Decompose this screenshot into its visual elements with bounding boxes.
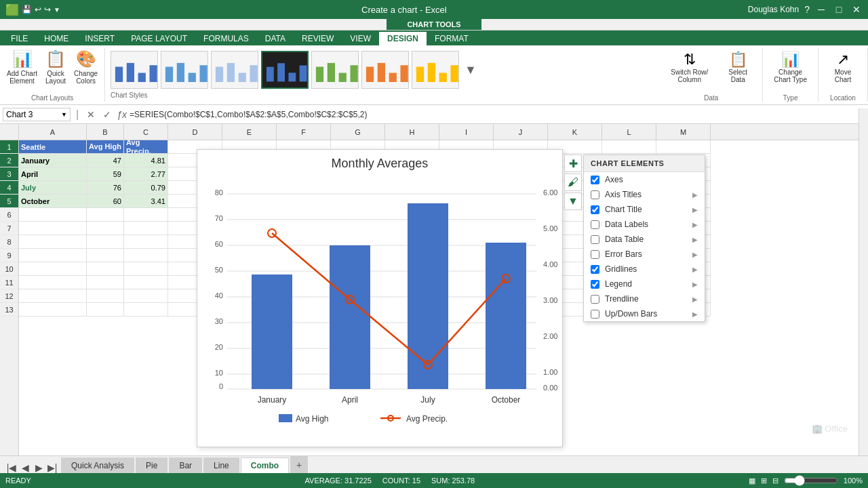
cell-c8[interactable] <box>124 235 168 249</box>
col-header-g[interactable]: G <box>331 124 385 140</box>
row-num-13[interactable]: 13 <box>0 303 18 317</box>
cell-a6[interactable] <box>19 208 87 222</box>
cell-c7[interactable] <box>124 222 168 235</box>
col-header-h[interactable]: H <box>385 124 439 140</box>
vertical-scrollbar[interactable] <box>859 108 868 455</box>
chart-filters-btn[interactable]: ▼ <box>564 192 582 210</box>
sheet-tab-line[interactable]: Line <box>203 458 239 473</box>
cell-a9[interactable] <box>19 249 87 262</box>
select-data-button[interactable]: 📋 Select Data <box>717 48 758 86</box>
close-btn[interactable]: ✕ <box>850 3 863 16</box>
sheet-nav-prev[interactable]: ◀ <box>19 462 31 473</box>
checkbox-axes[interactable] <box>591 176 599 184</box>
name-box-dropdown[interactable]: ▼ <box>61 111 67 118</box>
sheet-nav-next[interactable]: ▶ <box>33 462 45 473</box>
help-icon[interactable]: ? <box>804 4 810 15</box>
formula-cancel-btn[interactable]: ✕ <box>84 109 98 120</box>
change-chart-type-button[interactable]: 📊 Change Chart Type <box>767 48 814 86</box>
cell-b13[interactable] <box>87 303 124 317</box>
col-header-c[interactable]: C <box>124 124 168 140</box>
cell-c9[interactable] <box>124 249 168 262</box>
col-header-f[interactable]: F <box>277 124 331 140</box>
chart-style-2[interactable] <box>161 51 208 89</box>
tab-insert[interactable]: INSERT <box>77 32 123 45</box>
cell-c1[interactable]: Avg Precip. <box>124 140 168 154</box>
checkbox-data-table[interactable] <box>591 235 599 244</box>
cell-b10[interactable] <box>87 262 124 276</box>
checkbox-axis-titles[interactable] <box>591 190 599 199</box>
maximize-btn[interactable]: □ <box>833 3 845 16</box>
cell-c12[interactable] <box>124 289 168 303</box>
row-num-10[interactable]: 10 <box>0 262 18 276</box>
row-num-6[interactable]: 6 <box>0 208 18 222</box>
cell-a3[interactable]: April <box>19 167 87 181</box>
cell-c3[interactable]: 2.77 <box>124 167 168 181</box>
cell-c6[interactable] <box>124 208 168 222</box>
panel-item-axis-titles[interactable]: Axis Titles ▶ <box>584 187 705 202</box>
sheet-tab-bar[interactable]: Bar <box>169 458 202 473</box>
tab-review[interactable]: REVIEW <box>294 32 342 45</box>
col-header-a[interactable]: A <box>19 124 87 140</box>
cell-c2[interactable]: 4.81 <box>124 154 168 167</box>
col-header-e[interactable]: E <box>222 124 277 140</box>
row-num-8[interactable]: 8 <box>0 235 18 249</box>
change-colors-button[interactable]: 🎨 Change Colors <box>71 48 100 86</box>
page-break-icon[interactable]: ⊟ <box>772 476 778 485</box>
cell-c13[interactable] <box>124 303 168 317</box>
cell-a4[interactable]: July <box>19 181 87 195</box>
col-header-j[interactable]: J <box>494 124 548 140</box>
panel-item-gridlines[interactable]: Gridlines ▶ <box>584 262 705 277</box>
row-num-5[interactable]: 5 <box>0 195 18 208</box>
sheet-nav-last[interactable]: ▶| <box>46 462 58 473</box>
chart-styles-scroll-down[interactable]: ▼ <box>462 63 479 77</box>
cell-a11[interactable] <box>19 276 87 289</box>
cell-a1[interactable]: Seattle <box>19 140 87 154</box>
checkbox-updown-bars[interactable] <box>591 310 599 319</box>
add-sheet-btn[interactable]: + <box>290 456 308 473</box>
row-num-7[interactable]: 7 <box>0 222 18 235</box>
minimize-btn[interactable]: ─ <box>815 3 827 16</box>
sheet-tab-pie[interactable]: Pie <box>136 458 167 473</box>
name-box[interactable]: Chart 3 ▼ <box>3 108 71 121</box>
cell-b11[interactable] <box>87 276 124 289</box>
cell-a10[interactable] <box>19 262 87 276</box>
row-num-1[interactable]: 1 <box>0 140 18 154</box>
row-num-4[interactable]: 4 <box>0 181 18 195</box>
panel-item-axes[interactable]: Axes <box>584 172 705 187</box>
row-num-2[interactable]: 2 <box>0 154 18 167</box>
chart-style-7[interactable] <box>412 51 459 89</box>
checkbox-legend[interactable] <box>591 280 599 289</box>
col-header-k[interactable]: K <box>548 124 602 140</box>
chart-style-1[interactable] <box>111 51 158 89</box>
chart-style-3[interactable] <box>211 51 258 89</box>
cell-a5[interactable]: October <box>19 195 87 208</box>
quick-access-redo[interactable]: ↪ <box>44 5 51 14</box>
row-num-3[interactable]: 3 <box>0 167 18 181</box>
quick-access-save[interactable]: 💾 <box>22 5 32 14</box>
row-num-9[interactable]: 9 <box>0 249 18 262</box>
col-header-l[interactable]: L <box>602 124 656 140</box>
tab-format[interactable]: FORMAT <box>427 32 477 45</box>
checkbox-chart-title[interactable] <box>591 205 599 214</box>
tab-design[interactable]: DESIGN <box>379 32 427 45</box>
cell-b3[interactable]: 59 <box>87 167 124 181</box>
cell-b7[interactable] <box>87 222 124 235</box>
switch-row-column-button[interactable]: ⇅ Switch Row/ Column <box>664 48 715 86</box>
sheet-tab-combo[interactable]: Combo <box>241 458 289 473</box>
checkbox-error-bars[interactable] <box>591 250 599 259</box>
cell-c10[interactable] <box>124 262 168 276</box>
cell-b9[interactable] <box>87 249 124 262</box>
row-num-12[interactable]: 12 <box>0 289 18 303</box>
zoom-slider[interactable] <box>784 475 838 486</box>
cell-l1[interactable] <box>602 140 656 154</box>
panel-item-updown-bars[interactable]: Up/Down Bars ▶ <box>584 306 705 321</box>
panel-item-error-bars[interactable]: Error Bars ▶ <box>584 247 705 262</box>
panel-item-legend[interactable]: Legend ▶ <box>584 277 705 291</box>
col-header-m[interactable]: M <box>656 124 711 140</box>
page-layout-icon[interactable]: ⊞ <box>761 476 767 485</box>
chart-style-4[interactable] <box>261 51 309 89</box>
cell-b12[interactable] <box>87 289 124 303</box>
panel-item-data-table[interactable]: Data Table ▶ <box>584 232 705 247</box>
add-chart-element-button[interactable]: 📊 Add Chart Element <box>4 48 40 86</box>
cell-c11[interactable] <box>124 276 168 289</box>
